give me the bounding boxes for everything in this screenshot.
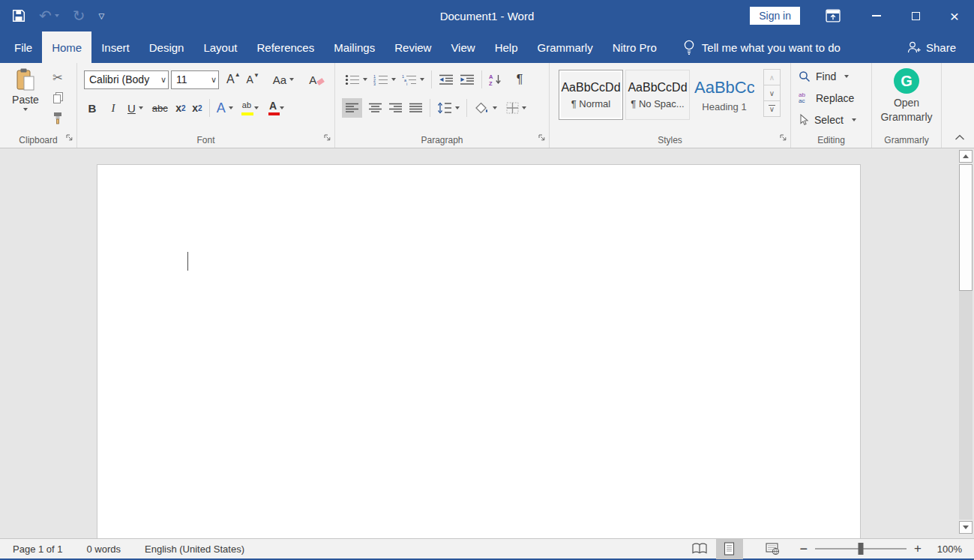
scroll-down-button[interactable] xyxy=(959,521,973,534)
change-case-button[interactable]: Aa xyxy=(270,70,297,89)
select-button[interactable]: Select xyxy=(799,114,856,126)
document-page[interactable] xyxy=(97,164,861,538)
read-mode-button[interactable] xyxy=(686,539,713,559)
document-area xyxy=(0,148,974,538)
clear-formatting-button[interactable]: A xyxy=(306,70,327,89)
zoom-out-button[interactable]: − xyxy=(800,541,808,557)
scrollbar-thumb[interactable] xyxy=(959,164,973,291)
styles-scroll-up-button[interactable]: ∧ xyxy=(763,69,781,85)
ribbon: Paste ✂ Clipboard xyxy=(0,63,974,148)
styles-scroll-down-button[interactable]: ∨ xyxy=(763,85,781,101)
zoom-slider[interactable] xyxy=(815,548,907,550)
replace-button[interactable]: ab ac Replace xyxy=(799,92,854,104)
increase-indent-button[interactable] xyxy=(457,70,478,89)
zoom-level[interactable]: 100% xyxy=(932,544,962,555)
tab-review[interactable]: Review xyxy=(385,31,441,63)
caret-icon xyxy=(844,75,849,78)
redo-button[interactable]: ↻ xyxy=(73,6,85,25)
font-dialog-launcher[interactable] xyxy=(323,131,331,145)
multilevel-list-button[interactable]: 1ai xyxy=(399,70,427,89)
zoom-slider-thumb[interactable] xyxy=(859,543,864,555)
scroll-up-button[interactable] xyxy=(959,150,973,163)
style-normal[interactable]: AaBbCcDd ¶ Normal xyxy=(559,70,623,120)
minimize-button[interactable] xyxy=(857,0,896,31)
align-center-button[interactable] xyxy=(365,98,385,118)
justify-button[interactable] xyxy=(406,98,426,118)
align-right-button[interactable] xyxy=(385,98,406,118)
copy-button[interactable] xyxy=(46,88,69,107)
numbering-button[interactable]: 123 xyxy=(370,70,399,89)
style-heading-1[interactable]: AaBbCc Heading 1 xyxy=(692,70,757,120)
subscript-button[interactable]: x2 xyxy=(172,98,189,118)
cursor-arrow-icon xyxy=(799,114,809,126)
line-spacing-button[interactable] xyxy=(434,98,463,118)
styles-more-button[interactable]: ∨ xyxy=(763,100,781,117)
customize-qat-button[interactable]: ▽ xyxy=(99,6,105,25)
web-layout-button[interactable] xyxy=(760,539,787,559)
tab-grammarly[interactable]: Grammarly xyxy=(528,31,603,63)
align-center-icon xyxy=(368,103,382,113)
tab-mailings[interactable]: Mailings xyxy=(324,31,385,63)
format-painter-button[interactable] xyxy=(46,109,69,127)
open-grammarly-label: Open Grammarly xyxy=(874,96,939,124)
read-mode-icon xyxy=(691,543,708,555)
style-no-spacing[interactable]: AaBbCcDd ¶ No Spac... xyxy=(625,70,690,120)
save-icon[interactable] xyxy=(12,6,25,25)
highlight-color-button[interactable]: ab xyxy=(239,98,262,118)
sign-in-button[interactable]: Sign in xyxy=(750,7,800,25)
ribbon-display-options-button[interactable] xyxy=(826,9,841,22)
clipboard-dialog-launcher[interactable] xyxy=(65,131,73,145)
maximize-button[interactable] xyxy=(896,0,935,31)
underline-button[interactable]: U xyxy=(124,98,146,118)
tab-view[interactable]: View xyxy=(441,31,484,63)
tab-nitro-pro[interactable]: Nitro Pro xyxy=(603,31,667,63)
page-count[interactable]: Page 1 of 1 xyxy=(13,544,63,555)
tab-help[interactable]: Help xyxy=(485,31,528,63)
vertical-scrollbar[interactable] xyxy=(958,148,974,538)
format-painter-icon xyxy=(51,112,64,124)
zoom-in-button[interactable]: + xyxy=(914,541,922,556)
tab-layout[interactable]: Layout xyxy=(193,31,247,63)
font-size-combobox[interactable]: 11 ∨ xyxy=(171,70,219,89)
text-effects-button[interactable]: A xyxy=(214,98,236,118)
web-layout-icon xyxy=(766,543,780,556)
bullets-button[interactable] xyxy=(342,70,370,89)
paragraph-dialog-launcher[interactable] xyxy=(538,131,546,145)
close-button[interactable]: × xyxy=(935,0,974,31)
shading-button[interactable] xyxy=(471,98,500,118)
chevron-up-icon xyxy=(955,134,965,141)
bold-button[interactable]: B xyxy=(84,98,100,118)
shrink-font-button[interactable]: A ▼ xyxy=(244,70,262,89)
find-button[interactable]: Find xyxy=(799,70,849,82)
paste-button[interactable]: Paste xyxy=(7,67,44,132)
font-name-combobox[interactable]: Calibri (Body ∨ xyxy=(84,70,169,89)
tab-design[interactable]: Design xyxy=(139,31,194,63)
sort-button[interactable]: A Z xyxy=(486,70,505,89)
styles-dialog-launcher[interactable] xyxy=(779,131,787,145)
word-count[interactable]: 0 words xyxy=(87,544,121,555)
caret-down-icon: ▼ xyxy=(253,72,259,79)
decrease-indent-button[interactable] xyxy=(436,70,457,89)
undo-button[interactable]: ↶ xyxy=(39,6,59,25)
strikethrough-button[interactable]: abc xyxy=(149,98,171,118)
borders-button[interactable] xyxy=(503,98,529,118)
share-button[interactable]: Share xyxy=(906,31,956,63)
scrollbar-track[interactable] xyxy=(959,291,973,520)
grow-font-button[interactable]: A ▲ xyxy=(223,70,244,89)
font-color-button[interactable]: A xyxy=(266,98,287,118)
tab-home[interactable]: Home xyxy=(42,31,91,63)
print-layout-button[interactable] xyxy=(716,539,743,559)
cut-button[interactable]: ✂ xyxy=(46,68,69,87)
italic-button[interactable]: I xyxy=(105,98,121,118)
tab-references[interactable]: References xyxy=(247,31,324,63)
align-left-button[interactable] xyxy=(342,98,362,118)
tab-file[interactable]: File xyxy=(4,31,42,63)
show-hide-pilcrow-button[interactable]: ¶ xyxy=(511,70,528,89)
language-status[interactable]: English (United States) xyxy=(145,544,244,555)
tell-me-box[interactable]: Tell me what you want to do xyxy=(683,31,841,63)
find-label: Find xyxy=(816,70,836,82)
open-grammarly-button[interactable]: G Open Grammarly xyxy=(872,68,941,124)
tab-insert[interactable]: Insert xyxy=(91,31,139,63)
superscript-button[interactable]: x2 xyxy=(189,98,205,118)
collapse-ribbon-button[interactable] xyxy=(955,130,965,144)
